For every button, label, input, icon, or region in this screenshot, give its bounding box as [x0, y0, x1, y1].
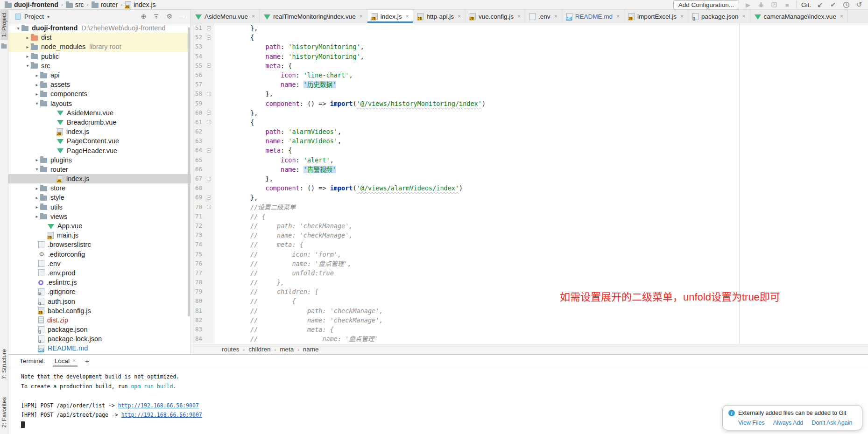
- terminal-link[interactable]: http://192.168.66.56:9007: [118, 402, 199, 409]
- breadcrumb-item[interactable]: JSindex.js: [125, 1, 155, 8]
- code-line[interactable]: 67− },: [191, 174, 868, 183]
- project-panel-title[interactable]: Project: [24, 13, 44, 20]
- profiler-icon[interactable]: [770, 0, 778, 9]
- code-line[interactable]: 78 // },: [191, 278, 868, 287]
- tree-row-breadcrumb-vue[interactable]: Breadcrumb.vue: [8, 118, 191, 127]
- history-clock-icon[interactable]: [842, 0, 850, 9]
- git-update-icon[interactable]: ↙: [816, 0, 824, 9]
- code-line[interactable]: 65 icon: 'alert',: [191, 155, 868, 165]
- tree-row-dist[interactable]: ▸dist: [8, 33, 191, 42]
- editor-tab[interactable]: JSvue.config.js×: [466, 10, 525, 23]
- code-line[interactable]: 82 // name: 'checkManage',: [191, 315, 868, 325]
- code-line[interactable]: 84 // name: '盘点管理': [191, 334, 868, 343]
- close-tab-icon[interactable]: ×: [517, 13, 521, 20]
- chevron-collapsed-icon[interactable]: ▸: [24, 54, 31, 59]
- tree-row-package-lock-json[interactable]: {}package-lock.json: [8, 334, 191, 343]
- stop-icon[interactable]: ■: [783, 0, 791, 9]
- code-line[interactable]: 75 // icon: 'form',: [191, 250, 868, 259]
- fold-marker-icon[interactable]: −: [207, 63, 211, 68]
- tree-row-plugins[interactable]: ▸plugins: [8, 155, 191, 165]
- code-editor[interactable]: 51− },52− {53 path: 'historyMonitoring',…: [191, 23, 868, 344]
- rollback-icon[interactable]: ↺: [855, 0, 863, 9]
- tree-row-utils[interactable]: ▸utils: [8, 203, 191, 212]
- chevron-collapsed-icon[interactable]: ▸: [34, 157, 40, 162]
- tree-row-public[interactable]: ▸public: [8, 52, 191, 61]
- code-line[interactable]: 61− {: [191, 118, 868, 127]
- close-tab-icon[interactable]: ×: [360, 13, 363, 20]
- tree-row-pagecontent-vue[interactable]: PageContent.vue: [8, 136, 191, 146]
- code-line[interactable]: 72 // path: 'checkManage',: [191, 221, 868, 231]
- close-tab-icon[interactable]: ×: [680, 13, 684, 20]
- chevron-collapsed-icon[interactable]: ▸: [34, 186, 40, 191]
- tree-row-duoji-frontend[interactable]: ▾duoji-frontendD:\zheheWeb\duoji-fronten…: [8, 23, 191, 33]
- code-line[interactable]: 68 component: () => import('@/views/alar…: [191, 183, 868, 193]
- code-line[interactable]: 59 component: () => import('@/views/hist…: [191, 99, 868, 108]
- chevron-expanded-icon[interactable]: ▾: [34, 101, 40, 106]
- run-icon[interactable]: ▶: [744, 0, 752, 9]
- editor-tab[interactable]: AsideMenu.vue×: [191, 10, 260, 23]
- chevron-collapsed-icon[interactable]: ▸: [34, 91, 40, 97]
- collapse-all-icon[interactable]: [153, 14, 159, 20]
- fold-marker-icon[interactable]: −: [207, 92, 211, 96]
- close-tab-icon[interactable]: ×: [840, 13, 843, 20]
- notification-action-don-t-ask-again[interactable]: Don't Ask Again: [812, 420, 852, 426]
- fold-marker-icon[interactable]: −: [207, 111, 211, 115]
- chevron-collapsed-icon[interactable]: ▸: [34, 195, 40, 200]
- tool-stripe-structure[interactable]: 7: Structure: [0, 346, 8, 382]
- tree-row-main-js[interactable]: JSmain.js: [8, 231, 191, 240]
- fold-marker-icon[interactable]: −: [207, 177, 211, 181]
- editor-tab[interactable]: .env×: [525, 10, 562, 23]
- tree-scrollbar[interactable]: [188, 27, 190, 316]
- code-line[interactable]: 63 name: 'alarmVideos',: [191, 136, 868, 146]
- code-line[interactable]: 83 // meta: {: [191, 325, 868, 334]
- editor-tab[interactable]: {}package.json×: [688, 10, 750, 23]
- code-line[interactable]: 64− meta: {: [191, 146, 868, 155]
- code-line[interactable]: 56 icon: 'line-chart',: [191, 70, 868, 80]
- close-icon[interactable]: ×: [72, 357, 76, 364]
- editor-breadcrumb-item[interactable]: meta: [280, 346, 294, 353]
- tree-row-style[interactable]: ▸style: [8, 193, 191, 202]
- chevron-collapsed-icon[interactable]: ▸: [34, 204, 40, 210]
- tree-row-babel-config-js[interactable]: JSbabel.config.js: [8, 306, 191, 315]
- close-tab-icon[interactable]: ×: [458, 13, 461, 20]
- chevron-collapsed-icon[interactable]: ▸: [24, 44, 31, 49]
- tree-row-asidemenu-vue[interactable]: AsideMenu.vue: [8, 108, 191, 118]
- code-line[interactable]: 55− meta: {: [191, 61, 868, 70]
- close-tab-icon[interactable]: ×: [742, 13, 746, 20]
- tree-row-app-vue[interactable]: App.vue: [8, 221, 191, 231]
- tree-row-index-js[interactable]: JSindex.js: [8, 174, 191, 183]
- tool-stripe-favorites[interactable]: 2: Favorites: [0, 394, 8, 430]
- chevron-collapsed-icon[interactable]: ▸: [34, 73, 40, 78]
- breadcrumb-item[interactable]: src: [66, 1, 84, 8]
- code-line[interactable]: 62 path: 'alarmVideos',: [191, 127, 868, 136]
- notification-action-view-files[interactable]: View Files: [738, 420, 765, 426]
- chevron-collapsed-icon[interactable]: ▸: [34, 214, 40, 219]
- tree-row-package-json[interactable]: {}package.json: [8, 325, 191, 334]
- tree-row-components[interactable]: ▸components: [8, 89, 191, 98]
- editor-tab[interactable]: MDREADME.md×: [562, 10, 624, 23]
- tool-stripe-project[interactable]: 1: Project: [0, 10, 8, 40]
- code-line[interactable]: 60− },: [191, 108, 868, 118]
- tree-row-index-js[interactable]: JSindex.js: [8, 127, 191, 136]
- code-line[interactable]: 77 // unfold:true: [191, 268, 868, 278]
- fold-marker-icon[interactable]: −: [207, 205, 211, 209]
- code-line[interactable]: 76 // name: '盘点管理',: [191, 259, 868, 268]
- tree-row--browserslistrc[interactable]: .browserslistrc: [8, 240, 191, 249]
- tree-row-views[interactable]: ▸views: [8, 212, 191, 221]
- close-tab-icon[interactable]: ×: [405, 13, 409, 20]
- tree-row-router[interactable]: ▾router: [8, 165, 191, 174]
- tree-row-node-modules[interactable]: ▸node_moduleslibrary root: [8, 42, 191, 51]
- chevron-expanded-icon[interactable]: ▾: [15, 26, 21, 31]
- tree-row-readme-md[interactable]: MDREADME.md: [8, 343, 191, 353]
- chevron-collapsed-icon[interactable]: ▸: [24, 35, 31, 40]
- tree-row--env-prod[interactable]: .env.prod: [8, 268, 191, 278]
- code-line[interactable]: 52− {: [191, 33, 868, 42]
- fold-marker-icon[interactable]: −: [207, 35, 211, 40]
- code-line[interactable]: 57 name: '历史数据': [191, 80, 868, 89]
- tree-row-store[interactable]: ▸store: [8, 183, 191, 193]
- tree-row-layouts[interactable]: ▾layouts: [8, 99, 191, 108]
- fold-marker-icon[interactable]: −: [207, 196, 211, 200]
- terminal-link[interactable]: http://192.168.66.56:9007: [121, 412, 202, 418]
- locate-file-icon[interactable]: ⊕: [141, 13, 147, 20]
- editor-breadcrumb-item[interactable]: name: [303, 346, 319, 353]
